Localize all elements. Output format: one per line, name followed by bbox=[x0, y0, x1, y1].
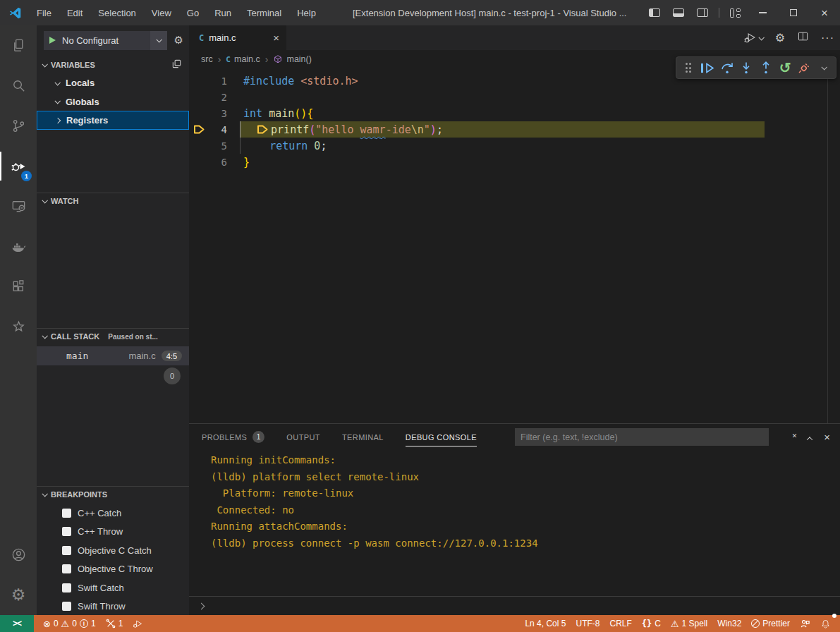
close-panel-icon[interactable]: × bbox=[824, 431, 830, 443]
launch-gear-icon[interactable]: ⚙ bbox=[174, 34, 183, 47]
menu-view[interactable]: View bbox=[144, 5, 179, 21]
run-or-debug-button[interactable] bbox=[743, 31, 763, 44]
breakpoint-row[interactable]: Swift Catch bbox=[37, 578, 189, 597]
variables-item-locals[interactable]: Locals bbox=[37, 73, 189, 92]
debug-session-chevron[interactable] bbox=[816, 59, 832, 77]
remote-indicator[interactable]: >< bbox=[0, 615, 34, 632]
sidebar-item-source-control[interactable] bbox=[0, 106, 37, 146]
language-mode[interactable]: {} C bbox=[637, 615, 666, 632]
sidebar-item-favorites[interactable] bbox=[0, 307, 37, 347]
code-editor[interactable]: 1#include <stdio.h>23int main(){4 printf… bbox=[189, 68, 840, 423]
debug-console-output[interactable]: Running initCommands:(lldb) platform sel… bbox=[189, 452, 840, 596]
call-stack-section-header[interactable]: CALL STACK Paused on st... bbox=[37, 328, 189, 344]
collapse-all-icon[interactable] bbox=[171, 59, 182, 71]
breadcrumb-symbol[interactable]: main() bbox=[286, 54, 311, 64]
code-line-2[interactable]: 2 bbox=[189, 89, 840, 105]
menu-file[interactable]: File bbox=[29, 5, 59, 21]
eol-indicator[interactable]: CRLF bbox=[604, 615, 636, 632]
watch-section-header[interactable]: WATCH bbox=[37, 193, 189, 209]
platform-target[interactable]: Win32 bbox=[712, 615, 746, 632]
code-token: " bbox=[424, 123, 430, 136]
step-over-button[interactable] bbox=[719, 59, 735, 77]
disconnect-button[interactable] bbox=[796, 59, 812, 77]
menu-run[interactable]: Run bbox=[207, 5, 239, 21]
tools-status[interactable]: 1 bbox=[101, 615, 128, 632]
encoding-indicator[interactable]: UTF-8 bbox=[571, 615, 604, 632]
code-line-4[interactable]: 4 printf("hello wamr-ide\n"); bbox=[189, 121, 840, 138]
formatter-status[interactable]: Prettier bbox=[746, 615, 795, 632]
sidebar-item-explorer[interactable] bbox=[0, 25, 37, 66]
panel-tab-debug-console[interactable]: DEBUG CONSOLE bbox=[406, 424, 477, 450]
breadcrumb-file[interactable]: main.c bbox=[234, 54, 260, 64]
sidebar-item-remote-explorer[interactable] bbox=[0, 186, 37, 226]
stack-frame-row[interactable]: main main.c 4:5 bbox=[37, 346, 189, 365]
breakpoint-row[interactable]: Objective C Throw bbox=[37, 560, 189, 579]
close-button[interactable]: × bbox=[809, 0, 840, 25]
split-editor-icon[interactable] bbox=[797, 30, 809, 45]
toggle-sidebar-icon[interactable] bbox=[643, 0, 666, 25]
sidebar-item-run-and-debug[interactable]: 1 bbox=[0, 146, 37, 186]
variables-item-registers[interactable]: Registers bbox=[37, 111, 189, 130]
panel-tab-output[interactable]: OUTPUT bbox=[286, 424, 320, 450]
variables-section-header[interactable]: VARIABLES bbox=[37, 56, 189, 73]
start-debug-icon[interactable] bbox=[49, 37, 56, 44]
more-actions-icon[interactable]: ··· bbox=[821, 32, 834, 44]
notifications-bell-icon[interactable] bbox=[815, 615, 836, 632]
breakpoints-section-header[interactable]: BREAKPOINTS bbox=[37, 486, 189, 502]
code-line-3[interactable]: 3int main(){ bbox=[189, 105, 840, 121]
variables-title: VARIABLES bbox=[51, 61, 95, 69]
breakpoint-checkbox[interactable] bbox=[62, 564, 71, 573]
sidebar-item-search[interactable] bbox=[0, 66, 37, 106]
tab-close-icon[interactable]: × bbox=[273, 32, 279, 44]
menu-selection[interactable]: Selection bbox=[90, 5, 143, 21]
breadcrumb-folder[interactable]: src bbox=[201, 54, 213, 64]
debug-status-icon[interactable] bbox=[128, 615, 148, 632]
maximize-panel-icon[interactable] bbox=[808, 431, 812, 444]
spell-checker-status[interactable]: ⚠ 1 Spell bbox=[666, 615, 712, 632]
panel-tab-terminal[interactable]: TERMINAL bbox=[342, 424, 384, 450]
toolbar-drag-handle[interactable] bbox=[681, 59, 696, 77]
code-token: return bbox=[269, 140, 308, 152]
breakpoint-checkbox[interactable] bbox=[62, 602, 71, 611]
customize-layout-icon[interactable] bbox=[724, 0, 747, 25]
scrollbar-gutter[interactable] bbox=[827, 56, 828, 423]
code-token: () bbox=[294, 107, 307, 120]
breakpoint-row[interactable]: C++ Throw bbox=[37, 523, 189, 542]
feedback-icon[interactable] bbox=[795, 615, 815, 632]
debug-console-input[interactable] bbox=[189, 596, 840, 615]
minimize-button[interactable] bbox=[747, 0, 778, 25]
menu-terminal[interactable]: Terminal bbox=[239, 5, 289, 21]
breakpoint-checkbox[interactable] bbox=[62, 509, 71, 518]
breakpoint-row[interactable]: Objective C Catch bbox=[37, 541, 189, 560]
menu-help[interactable]: Help bbox=[289, 5, 324, 21]
console-filter-input[interactable] bbox=[515, 428, 769, 446]
sidebar-item-extensions[interactable] bbox=[0, 267, 37, 307]
breakpoint-checkbox[interactable] bbox=[62, 527, 71, 536]
manage-gear-icon[interactable]: ⚙ bbox=[775, 31, 785, 44]
step-into-button[interactable] bbox=[738, 59, 754, 77]
toggle-panel-icon[interactable] bbox=[666, 0, 690, 25]
breakpoint-checkbox[interactable] bbox=[62, 583, 71, 592]
continue-button[interactable] bbox=[700, 59, 715, 77]
sidebar-item-docker[interactable] bbox=[0, 226, 37, 267]
code-line-5[interactable]: 5 return 0; bbox=[189, 138, 840, 154]
accounts-icon[interactable] bbox=[0, 535, 37, 575]
step-out-button[interactable] bbox=[758, 59, 774, 77]
variables-item-globals[interactable]: Globals bbox=[37, 92, 189, 111]
menu-edit[interactable]: Edit bbox=[59, 5, 90, 21]
launch-dropdown-chevron[interactable] bbox=[150, 31, 167, 50]
panel-tab-problems[interactable]: PROBLEMS1 bbox=[202, 424, 264, 450]
cursor-position[interactable]: Ln 4, Col 5 bbox=[520, 615, 571, 632]
problems-status[interactable]: ⊗ 0 ⚠ 0 i 1 bbox=[38, 615, 101, 632]
breakpoint-checkbox[interactable] bbox=[62, 546, 71, 555]
code-line-6[interactable]: 6} bbox=[189, 154, 840, 170]
restart-button[interactable]: ↺ bbox=[777, 59, 793, 77]
toggle-secondary-sidebar-icon[interactable] bbox=[690, 0, 714, 25]
breakpoint-row[interactable]: C++ Catch bbox=[37, 504, 189, 523]
menu-go[interactable]: Go bbox=[179, 5, 207, 21]
tab-main-c[interactable]: C main.c × bbox=[189, 25, 286, 50]
breakpoint-row[interactable]: Swift Throw bbox=[37, 597, 189, 616]
maximize-button[interactable] bbox=[778, 0, 809, 25]
settings-gear-icon[interactable]: ⚙ bbox=[0, 575, 37, 615]
launch-config-dropdown[interactable]: No Configurat bbox=[44, 31, 167, 50]
